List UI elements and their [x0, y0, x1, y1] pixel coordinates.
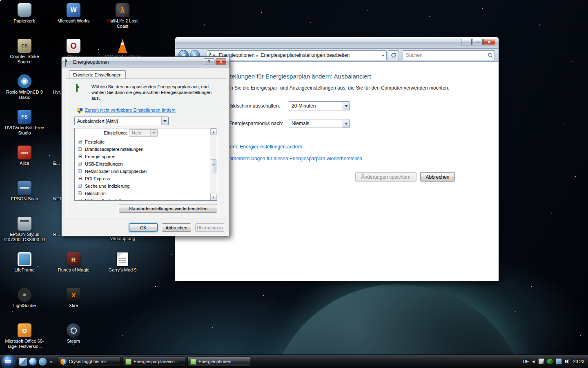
dialog-close-button[interactable]: [216, 58, 226, 65]
tree-item-festplatte[interactable]: Festplatte: [75, 138, 210, 146]
desktop-icon-label: Alice: [3, 161, 46, 166]
save-changes-button[interactable]: Änderungen speichern: [355, 172, 416, 182]
refresh-button[interactable]: [388, 50, 399, 60]
scrollbar-thumb[interactable]: [211, 159, 216, 173]
desktop-icon-label: Steam: [52, 339, 95, 344]
desktop-icon-label: Counter-Strike Source: [3, 54, 46, 65]
desktop-icon-microsoft-office[interactable]: Microsoft Office 60-Tage-Testversio...: [3, 323, 46, 349]
cancel-button[interactable]: Abbrechen: [420, 172, 455, 182]
desktop-icon-label: EPSON Scan: [3, 196, 46, 202]
expand-icon[interactable]: [78, 162, 82, 166]
tab-erweiterte-einstellungen[interactable]: Erweiterte Einstellungen: [69, 70, 126, 79]
scroll-down-icon[interactable]: [210, 194, 217, 200]
chevron-down-icon[interactable]: [161, 117, 168, 125]
desktop-icon-dvdvideosoft[interactable]: DVDVideoSoft Free Studio: [3, 110, 46, 136]
quick-launch-overflow-icon[interactable]: »: [49, 359, 54, 365]
scrollbar[interactable]: [210, 128, 217, 200]
tree-item-netzschalter[interactable]: Netzschalter und Laptopdeckel: [75, 168, 210, 175]
search-input[interactable]: [403, 52, 486, 58]
help-button[interactable]: [204, 58, 214, 65]
change-unavailable-settings-link[interactable]: Zurzeit nicht verfügbare Einstellungen ä…: [85, 108, 176, 112]
desktop-icon-label: Half-Life 2 Lost Coast: [101, 18, 144, 29]
epson-stylus-printer-icon: [18, 217, 31, 231]
expand-icon[interactable]: [78, 199, 82, 201]
maximize-button[interactable]: [472, 39, 483, 45]
desktop-icon-epson-stylus[interactable]: EPSON Stylus CX7300_CX8300_DX...: [3, 217, 46, 243]
desktop-icon-label: Microsoft Works: [52, 18, 95, 24]
field-label-display-off: Bildschirm ausschalten:: [229, 103, 280, 109]
tree-item-energie-sparen[interactable]: Energie sparen: [75, 153, 210, 160]
show-desktop-icon[interactable]: [19, 358, 27, 366]
task-button-energieoptionen[interactable]: Energieoptionen: [187, 357, 250, 367]
desktop-icon-epson-scan[interactable]: EPSON Scan: [3, 181, 46, 202]
task-button-crysis[interactable]: Crysis laggt bei mir ...: [58, 357, 120, 367]
language-indicator[interactable]: DE: [523, 359, 529, 364]
runes-of-magic-icon: [67, 252, 80, 266]
desktop-icon-garrys-mod[interactable]: Garry's Mod 9: [101, 252, 144, 273]
desktop-icon-counter-strike[interactable]: Counter-Strike Source: [3, 39, 46, 65]
garrys-mod-file-icon: [117, 252, 128, 266]
tree-item-bildschirm[interactable]: Bildschirm: [75, 190, 210, 197]
firefox-icon: [60, 359, 67, 365]
desktop-icon-runes-of-magic[interactable]: Runes of Magic: [52, 252, 95, 273]
start-button[interactable]: [2, 356, 14, 368]
explorer-titlebar[interactable]: [175, 37, 499, 49]
tray-expand-icon[interactable]: ◀: [532, 359, 536, 364]
desktop-icon-microsoft-works[interactable]: Microsoft Works: [52, 3, 95, 24]
media-player-icon[interactable]: [29, 358, 37, 366]
expand-icon[interactable]: [78, 184, 82, 188]
tray-network-icon[interactable]: [539, 359, 544, 364]
tray-display-icon[interactable]: [556, 359, 561, 364]
tree-item-suche-indizierung[interactable]: Suche und Indizierung: [75, 182, 210, 190]
clock[interactable]: 20:23: [573, 359, 584, 364]
desktop-icon-xfire[interactable]: Xfire: [52, 288, 95, 308]
desktop-icon-alice[interactable]: Alice: [3, 146, 46, 166]
desktop-icon-papierkorb[interactable]: Papierkorb: [3, 3, 46, 24]
expand-icon[interactable]: [78, 155, 82, 158]
sleep-after-select[interactable]: Niemals: [289, 119, 350, 128]
scroll-up-icon[interactable]: [210, 128, 217, 135]
expand-icon[interactable]: [78, 147, 82, 151]
task-label: Energiesparplaneins...: [134, 359, 178, 364]
dialog-cancel-button[interactable]: Abbrechen: [162, 223, 191, 232]
vlc-cone-icon: [116, 39, 129, 53]
chevron-down-icon[interactable]: [343, 119, 350, 128]
setting-label: Einstellung:: [75, 130, 127, 135]
desktop-icon-half-life-2[interactable]: Half-Life 2 Lost Coast: [101, 3, 144, 29]
expand-icon[interactable]: [78, 191, 82, 195]
expand-icon[interactable]: [78, 177, 82, 180]
desktop-icon-lifeframe[interactable]: LifeFrame: [3, 252, 46, 273]
breadcrumb-dropdown-icon[interactable]: ▾: [380, 53, 386, 58]
restore-defaults-link[interactable]: Standardeinstellungen für diesen Energie…: [216, 156, 362, 162]
ok-button[interactable]: OK: [129, 223, 158, 232]
setting-value-select: Nein: [129, 129, 158, 137]
tree-item-usb[interactable]: USB-Einstellungen: [75, 160, 210, 168]
minimize-button[interactable]: [461, 39, 472, 45]
breadcrumb-item-current[interactable]: Energiesparplaneinstellungen bearbeiten: [259, 52, 351, 58]
epson-scan-icon: [18, 181, 31, 195]
tree-item-drahtlos[interactable]: Drahtlosadaptereinstellungen: [75, 146, 210, 153]
dialog-titlebar[interactable]: Energieoptionen: [62, 57, 229, 67]
task-button-energiesparplan[interactable]: Energiesparplaneins...: [122, 357, 185, 367]
apply-button[interactable]: Übernehmen: [195, 223, 224, 232]
expand-icon[interactable]: [78, 169, 82, 173]
desktop-icon-label: EPSON Stylus CX7300_CX8300_DX...: [3, 232, 46, 243]
desktop-icon-label: Verknüpfung: [101, 236, 144, 241]
desktop-icon-lightscribe[interactable]: LightScribe: [3, 288, 46, 308]
tree-item-multimedia[interactable]: Multimediaeinstellungen: [75, 197, 210, 201]
restore-defaults-button[interactable]: Standardeinstellungen wiederherstellen: [119, 204, 217, 213]
desktop-icon-roxio[interactable]: Roxio WinOnCD 9 Basic: [3, 74, 46, 100]
chevron-down-icon[interactable]: [343, 102, 350, 110]
expand-icon[interactable]: [78, 140, 82, 144]
browser-icon[interactable]: [39, 358, 47, 366]
display-off-select[interactable]: 20 Minuten: [289, 101, 350, 110]
power-plan-select[interactable]: Ausbalanciert [Aktiv]: [74, 117, 169, 125]
close-button[interactable]: [483, 39, 495, 45]
system-tray: DE ◀ 20:23: [523, 359, 588, 364]
tray-volume-icon[interactable]: [564, 359, 570, 364]
search-icon[interactable]: [486, 53, 494, 58]
tree-item-pci-express[interactable]: PCI Express: [75, 175, 210, 182]
desktop-icon-steam[interactable]: Steam: [52, 323, 95, 344]
tray-antivirus-icon[interactable]: [547, 359, 553, 364]
setting-row: Einstellung: Nein: [75, 128, 210, 137]
